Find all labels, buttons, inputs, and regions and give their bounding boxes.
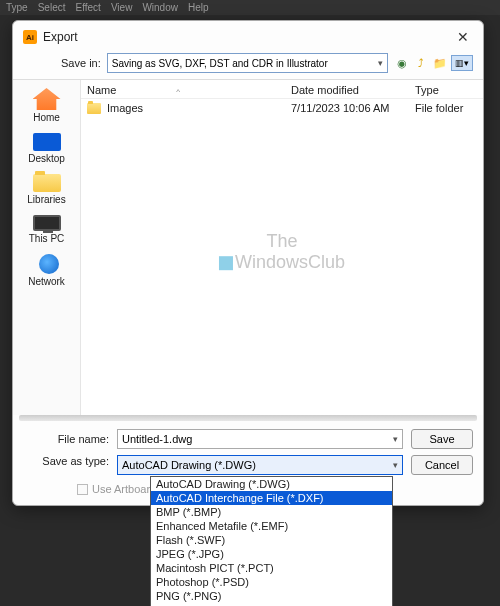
network-icon <box>39 254 59 274</box>
place-thispc[interactable]: This PC <box>13 213 80 246</box>
menu-select[interactable]: Select <box>38 2 66 13</box>
save-in-value: Saving as SVG, DXF, DST and CDR in Illus… <box>112 58 328 69</box>
type-option[interactable]: Macintosh PICT (*.PCT) <box>151 561 392 575</box>
chevron-down-icon: ▾ <box>393 460 398 470</box>
file-date: 7/11/2023 10:06 AM <box>291 102 415 114</box>
desktop-icon <box>33 133 61 151</box>
file-list-area: Name^ Date modified Type Images 7/11/202… <box>81 80 483 415</box>
column-headers[interactable]: Name^ Date modified Type <box>81 80 483 99</box>
watermark: The WindowsClub <box>219 231 345 273</box>
cancel-button[interactable]: Cancel <box>411 455 473 475</box>
place-desktop[interactable]: Desktop <box>13 131 80 166</box>
col-type[interactable]: Type <box>415 84 477 96</box>
type-dropdown-list[interactable]: AutoCAD Drawing (*.DWG)AutoCAD Interchan… <box>150 476 393 606</box>
col-name[interactable]: Name^ <box>87 84 291 96</box>
nav-toolbar: ◉ ⤴ 📁 ▥▾ <box>394 55 473 71</box>
back-icon[interactable]: ◉ <box>394 55 410 71</box>
menu-help[interactable]: Help <box>188 2 209 13</box>
place-home[interactable]: Home <box>13 86 80 125</box>
type-row: Save as type: AutoCAD Drawing (*.DWG) ▾ … <box>23 455 473 475</box>
menu-view[interactable]: View <box>111 2 133 13</box>
type-option[interactable]: BMP (*.BMP) <box>151 505 392 519</box>
new-folder-icon[interactable]: 📁 <box>432 55 448 71</box>
type-option[interactable]: Flash (*.SWF) <box>151 533 392 547</box>
home-icon <box>33 88 61 110</box>
export-dialog: Ai Export ✕ Save in: Saving as SVG, DXF,… <box>12 20 484 506</box>
chevron-down-icon: ▾ <box>378 58 383 68</box>
view-menu-icon[interactable]: ▥▾ <box>451 55 473 71</box>
type-option[interactable]: PNG (*.PNG) <box>151 589 392 603</box>
dialog-title: Export <box>43 30 453 44</box>
type-selected-value: AutoCAD Drawing (*.DWG) <box>122 459 256 471</box>
menu-type[interactable]: Type <box>6 2 28 13</box>
menu-window[interactable]: Window <box>142 2 178 13</box>
illustrator-icon: Ai <box>23 30 37 44</box>
menu-effect[interactable]: Effect <box>75 2 100 13</box>
type-option[interactable]: AutoCAD Drawing (*.DWG) <box>151 477 392 491</box>
places-bar: Home Desktop Libraries This PC Network <box>13 80 81 415</box>
filename-value: Untitled-1.dwg <box>122 433 192 445</box>
sort-caret-icon: ^ <box>176 87 180 96</box>
type-option[interactable]: AutoCAD Interchange File (*.DXF) <box>151 491 392 505</box>
app-menubar[interactable]: Type Select Effect View Window Help <box>0 0 500 15</box>
type-label: Save as type: <box>23 455 109 467</box>
titlebar: Ai Export ✕ <box>13 21 483 51</box>
dialog-body: Home Desktop Libraries This PC Network N… <box>13 79 483 415</box>
type-option[interactable]: Photoshop (*.PSD) <box>151 575 392 589</box>
up-icon[interactable]: ⤴ <box>413 55 429 71</box>
filename-input[interactable]: Untitled-1.dwg ▾ <box>117 429 403 449</box>
filename-label: File name: <box>23 433 109 445</box>
type-dropdown[interactable]: AutoCAD Drawing (*.DWG) ▾ <box>117 455 403 475</box>
place-libraries[interactable]: Libraries <box>13 172 80 207</box>
use-artboards-checkbox[interactable] <box>77 484 88 495</box>
libraries-icon <box>33 174 61 192</box>
thispc-icon <box>33 215 61 231</box>
place-network[interactable]: Network <box>13 252 80 289</box>
save-in-row: Save in: Saving as SVG, DXF, DST and CDR… <box>13 51 483 79</box>
save-in-dropdown[interactable]: Saving as SVG, DXF, DST and CDR in Illus… <box>107 53 388 73</box>
save-button[interactable]: Save <box>411 429 473 449</box>
close-button[interactable]: ✕ <box>453 29 473 45</box>
filename-row: File name: Untitled-1.dwg ▾ Save <box>23 429 473 449</box>
file-name: Images <box>107 102 291 114</box>
file-row[interactable]: Images 7/11/2023 10:06 AM File folder <box>81 99 483 117</box>
folder-icon <box>87 103 101 114</box>
file-type: File folder <box>415 102 477 114</box>
type-option[interactable]: JPEG (*.JPG) <box>151 547 392 561</box>
type-option[interactable]: Enhanced Metafile (*.EMF) <box>151 519 392 533</box>
chevron-down-icon: ▾ <box>393 434 398 444</box>
save-in-label: Save in: <box>61 57 101 69</box>
col-date[interactable]: Date modified <box>291 84 415 96</box>
